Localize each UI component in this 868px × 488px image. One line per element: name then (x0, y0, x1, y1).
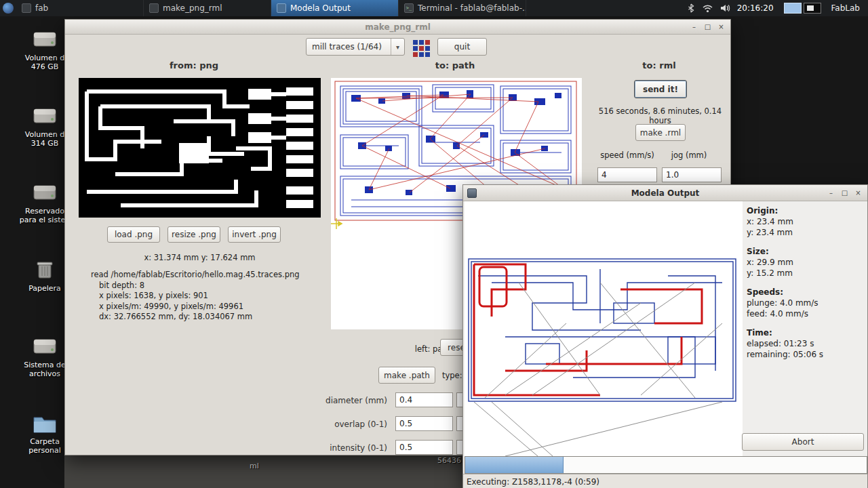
desktop-icon-label: Volumen d (19, 130, 71, 139)
taskbar-item-label: make_png_rml (163, 3, 222, 13)
desktop-icon-label: Reservado (19, 207, 71, 216)
desktop-icon-volume-314[interactable]: Volumen d 314 GB (19, 104, 71, 148)
process-select[interactable]: mill traces (1/64) ▾ (306, 38, 405, 56)
size-heading: Size: (747, 246, 866, 257)
wifi-icon[interactable] (702, 3, 713, 14)
png-info-line: dx: 32.766552 mm, dy: 18.034067 mm (91, 312, 300, 323)
taskbar-item-modela-output[interactable]: Modela Output (271, 0, 399, 16)
desktop-label-fragment: 56436 (437, 456, 461, 465)
quit-button[interactable]: quit (437, 38, 487, 56)
plunge-speed: plunge: 4.0 mm/s (747, 298, 866, 308)
speeds-heading: Speeds: (747, 287, 866, 298)
fab-modules-icon[interactable] (413, 40, 430, 57)
load-png-button[interactable]: load .png (107, 226, 160, 243)
process-select-value: mill traces (1/64) (307, 42, 391, 52)
modela-info-panel: Origin: x: 23.4 mm y: 23.4 mm Size: x: 2… (747, 205, 866, 368)
resize-png-button[interactable]: resize .png (167, 226, 220, 243)
desktop-strip (64, 455, 462, 488)
elapsed-time: elapsed: 01:23 s (747, 338, 866, 349)
drive-icon (19, 27, 71, 52)
maximize-button[interactable]: □ (839, 188, 850, 198)
desktop-icon-label: personal (19, 446, 71, 455)
invert-png-button[interactable]: invert .png (228, 226, 281, 243)
workspace-1[interactable] (784, 3, 802, 14)
desktop-icon-label: archivos (19, 369, 71, 378)
taskbar-item-make-png-rml[interactable]: make_png_rml (144, 0, 271, 16)
overlap-input[interactable] (395, 416, 453, 431)
fab-titlebar[interactable]: make_png_rml – □ × (65, 20, 730, 35)
drive-icon (19, 104, 71, 128)
png-coords-readout: x: 31.374 mm y: 17.624 mm (79, 253, 321, 262)
status-text: Executing: Z1583,1178,-4 (0:59) (467, 477, 599, 487)
desktop-icon-label: 314 GB (19, 139, 71, 148)
desktop-icon-label: 476 GB (19, 62, 71, 71)
desktop-icon-label: Papelera (19, 284, 71, 293)
make-rml-button[interactable]: make .rml (635, 124, 686, 141)
close-button[interactable]: × (852, 188, 864, 198)
app-menu-button[interactable] (0, 0, 16, 16)
intensity-label: intensity (0-1) (289, 443, 387, 453)
jog-label: jog (mm) (665, 150, 713, 160)
desktop-icon-filesystem[interactable]: Sistema de archivos (19, 334, 71, 378)
origin-y: y: 23.4 mm (747, 227, 866, 238)
volume-icon[interactable] (719, 3, 731, 14)
png-info-line: read /home/fablab/Escritorio/hello.mag.4… (91, 270, 300, 281)
workspace-2[interactable] (804, 3, 821, 14)
modela-output-canvas[interactable] (465, 201, 743, 456)
maximize-button[interactable]: □ (702, 22, 713, 32)
png-info-line: x pixels: 1638, y pixels: 901 (91, 291, 300, 302)
rml-time-estimate: 516 seconds, 8.6 minutes, 0.14 hours (587, 106, 733, 125)
feed-speed: feed: 4.0 mm/s (747, 308, 866, 319)
desktop-icon-label: para el sisten (19, 216, 71, 224)
diameter-input[interactable] (395, 392, 453, 407)
app-icon (277, 3, 286, 13)
system-tray: 20:16:20 FabLab (686, 3, 868, 14)
clock[interactable]: 20:16:20 (737, 3, 774, 13)
window-modela-output: Modela Output – □ × (462, 184, 868, 488)
top-panel: fab make_png_rml Modela Output >_ Termin… (0, 0, 868, 16)
desktop-icon-label: Volumen d (19, 54, 71, 62)
drive-icon (19, 334, 71, 359)
window-icon (467, 188, 477, 198)
intensity-input[interactable] (395, 440, 453, 455)
taskbar-item-fab[interactable]: fab (16, 0, 144, 16)
png-info-block: read /home/fablab/Escritorio/hello.mag.4… (91, 270, 300, 323)
trash-icon (19, 258, 71, 282)
close-button[interactable]: × (715, 22, 727, 32)
size-x: x: 29.9 mm (747, 257, 866, 268)
type-label: type: (442, 371, 462, 380)
workspace-switcher[interactable] (784, 3, 821, 14)
overlap-label: overlap (0-1) (289, 420, 387, 429)
app-icon (22, 3, 31, 13)
bluetooth-icon[interactable] (686, 3, 696, 14)
desktop-icon-reserved[interactable]: Reservado para el sisten (19, 180, 71, 224)
progress-bar (465, 456, 867, 474)
taskbar-item-terminal[interactable]: >_ Terminal - fablab@fablab-... (399, 0, 526, 16)
milling-path-image (465, 201, 743, 456)
send-it-button[interactable]: send it! (634, 80, 687, 98)
progress-bar-fill (465, 457, 564, 473)
header-to-path: to: path (401, 60, 509, 70)
png-info-line: x pixels/m: 49990, y pixels/m: 49961 (91, 302, 300, 312)
minimize-button[interactable]: – (688, 22, 700, 32)
speed-label: speed (mm/s) (594, 150, 660, 160)
taskbar-item-label: Modela Output (290, 3, 351, 13)
window-title: make_png_rml (65, 22, 730, 32)
desktop-icon-trash[interactable]: Papelera (19, 258, 71, 293)
folder-icon (19, 412, 71, 435)
minimize-button[interactable]: – (825, 188, 837, 198)
pcb-trace-image (79, 78, 321, 218)
png-preview-canvas[interactable] (79, 78, 321, 218)
png-info-line: bit depth: 8 (91, 281, 300, 291)
drive-icon (19, 180, 71, 205)
modela-titlebar[interactable]: Modela Output – □ × (463, 185, 867, 201)
abort-button[interactable]: Abort (742, 433, 864, 451)
header-to-rml: to: rml (605, 60, 713, 70)
desktop-icon-home[interactable]: Carpeta personal (19, 412, 71, 455)
jog-input[interactable] (662, 167, 722, 182)
distro-logo-icon (3, 3, 14, 14)
status-bar: Executing: Z1583,1178,-4 (0:59) (463, 474, 867, 488)
desktop-icon-volume-476[interactable]: Volumen d 476 GB (19, 27, 71, 71)
make-path-button[interactable]: make .path (378, 367, 435, 384)
speed-input[interactable] (597, 167, 657, 182)
